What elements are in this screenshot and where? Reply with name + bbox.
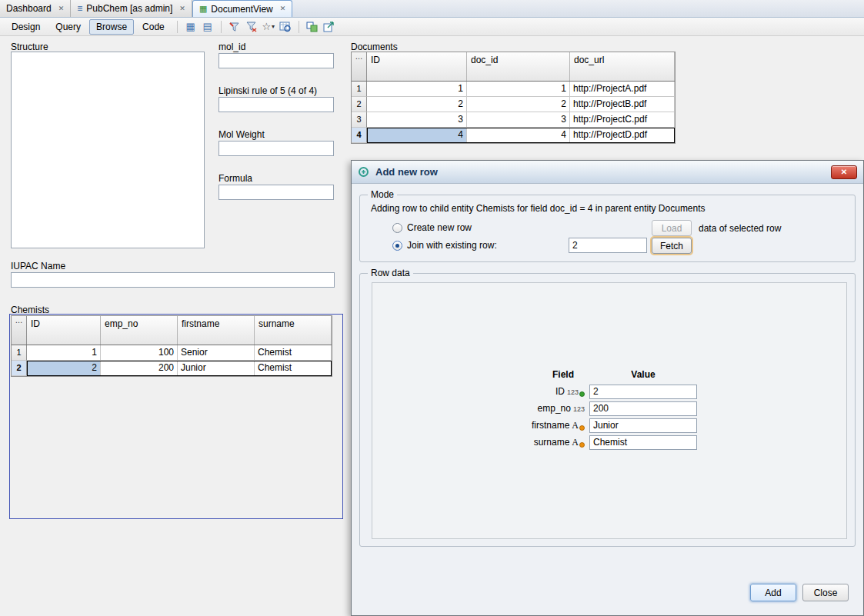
field-value-firstname[interactable] <box>589 418 697 433</box>
tab-dashboard[interactable]: Dashboard ✕ <box>0 0 71 17</box>
chemists-table: … ID emp_no firstname surname 1 1 100 Se… <box>11 315 332 377</box>
cell-id[interactable]: 2 <box>27 361 101 376</box>
table-row[interactable]: 1 1 100 Senior Chemist <box>12 345 332 361</box>
compare-tables-icon[interactable] <box>305 19 320 35</box>
field-value-table: Field Value ID 123 emp_no <box>469 369 697 451</box>
join-existing-row-radio[interactable] <box>392 241 402 251</box>
cell-doc-id[interactable]: 4 <box>467 128 570 143</box>
cell-firstname[interactable]: Junior <box>178 361 255 376</box>
table-row-selected[interactable]: 2 2 200 Junior Chemist <box>12 361 332 376</box>
cell-doc-url[interactable]: http://ProjectC.pdf <box>570 112 675 128</box>
field-name: firstname <box>532 420 569 431</box>
number-type-icon: 123 <box>573 405 585 414</box>
add-button[interactable]: Add <box>750 584 796 601</box>
cell-emp-no[interactable]: 100 <box>101 345 178 361</box>
mol-weight-field[interactable] <box>219 141 334 156</box>
mode-query[interactable]: Query <box>48 19 88 35</box>
chemists-header-row: … ID emp_no firstname surname <box>12 316 332 345</box>
filter-off-icon[interactable] <box>244 19 259 35</box>
number-pk-type-icon: 123 <box>567 388 585 397</box>
tab-close-icon[interactable]: ✕ <box>58 5 65 12</box>
close-button[interactable]: Close <box>802 584 849 601</box>
join-existing-row-label: Join with existing row: <box>407 240 497 251</box>
table-row[interactable]: 2 2 2 http://ProjectB.pdf <box>352 97 675 112</box>
field-row-emp-no: emp_no 123 <box>469 400 697 417</box>
form-view-icon[interactable]: ▤ <box>200 19 215 35</box>
create-new-row-radio[interactable] <box>392 223 402 233</box>
field-value-surname[interactable] <box>589 435 697 450</box>
lipinski-label: Lipinski rule of 5 (4 of 4) <box>219 85 317 96</box>
export-table-icon[interactable] <box>322 19 337 35</box>
table-corner-button[interactable]: … <box>352 52 367 81</box>
field-value-id[interactable] <box>589 385 697 399</box>
mode-code[interactable]: Code <box>135 19 172 35</box>
table-corner-button[interactable]: … <box>12 316 27 345</box>
structure-canvas[interactable] <box>11 52 205 248</box>
row-header[interactable]: 2 <box>12 361 27 376</box>
row-header[interactable]: 1 <box>12 345 27 361</box>
formula-label: Formula <box>219 173 252 184</box>
row-data-group: Row data Field Value ID 123 <box>359 273 856 547</box>
column-header-firstname[interactable]: firstname <box>178 316 255 345</box>
load-button[interactable]: Load <box>652 220 692 236</box>
cell-id[interactable]: 2 <box>367 97 467 112</box>
favorites-button[interactable]: ☆ ▾ <box>261 19 276 35</box>
chemists-panel: … ID emp_no firstname surname 1 1 100 Se… <box>9 314 343 519</box>
iupac-field[interactable] <box>11 272 335 288</box>
table-view-icon[interactable]: ▦ <box>183 19 198 35</box>
column-header-doc-id[interactable]: doc_id <box>467 52 570 81</box>
cell-surname[interactable]: Chemist <box>255 361 332 376</box>
column-header-surname[interactable]: surname <box>255 316 332 345</box>
cell-doc-url[interactable]: http://ProjectB.pdf <box>570 97 675 112</box>
table-icon: ▦ <box>199 4 207 14</box>
table-row[interactable]: 1 1 1 http://ProjectA.pdf <box>352 82 675 97</box>
column-header-doc-url[interactable]: doc_url <box>570 52 675 81</box>
table-row[interactable]: 3 3 3 http://ProjectC.pdf <box>352 112 675 128</box>
mol-id-label: mol_id <box>219 42 245 52</box>
tab-pubchem[interactable]: ≡ PubChem [as admin] ✕ <box>71 0 192 17</box>
cell-surname[interactable]: Chemist <box>255 345 332 361</box>
mode-browse[interactable]: Browse <box>89 19 134 35</box>
tab-label: DocumentView <box>211 4 272 15</box>
cell-doc-url[interactable]: http://ProjectD.pdf <box>570 128 675 143</box>
table-search-icon[interactable] <box>278 19 293 35</box>
formula-field[interactable] <box>219 185 334 200</box>
row-header[interactable]: 1 <box>352 82 367 97</box>
column-header-emp-no[interactable]: emp_no <box>101 316 178 345</box>
tab-close-icon[interactable]: ✕ <box>280 5 286 12</box>
cell-id[interactable]: 4 <box>367 128 467 143</box>
cell-doc-id[interactable]: 3 <box>467 112 570 128</box>
row-header[interactable]: 2 <box>352 97 367 112</box>
mode-design[interactable]: Design <box>5 19 47 35</box>
tab-label: PubChem [as admin] <box>86 3 172 14</box>
cell-id[interactable]: 1 <box>27 345 101 361</box>
filter-icon[interactable] <box>227 19 242 35</box>
tab-close-icon[interactable]: ✕ <box>179 5 185 12</box>
dialog-close-button[interactable]: ✕ <box>831 165 857 179</box>
fetch-button[interactable]: Fetch <box>652 238 692 254</box>
cell-doc-id[interactable]: 1 <box>467 82 570 97</box>
cell-firstname[interactable]: Senior <box>178 345 255 361</box>
cell-emp-no[interactable]: 200 <box>101 361 178 376</box>
table-row-selected[interactable]: 4 4 4 http://ProjectD.pdf <box>352 128 675 143</box>
cell-doc-url[interactable]: http://ProjectA.pdf <box>570 82 675 97</box>
column-header-id[interactable]: ID <box>367 52 467 81</box>
join-row-id-field[interactable] <box>569 238 647 253</box>
column-header-id[interactable]: ID <box>27 316 101 345</box>
field-row-firstname: firstname A <box>469 417 697 434</box>
row-header[interactable]: 3 <box>352 112 367 128</box>
mode-group: Mode Adding row to child entity Chemists… <box>359 195 856 262</box>
cell-id[interactable]: 3 <box>367 112 467 128</box>
lipinski-field[interactable] <box>219 97 334 112</box>
close-icon: ✕ <box>841 168 847 176</box>
dialog-title-bar[interactable]: Add new row ✕ <box>352 161 863 184</box>
toolbar: Design Query Browse Code ▦ ▤ ☆ ▾ <box>0 18 864 36</box>
cell-doc-id[interactable]: 2 <box>467 97 570 112</box>
row-header[interactable]: 4 <box>352 128 367 143</box>
iupac-label: IUPAC Name <box>11 261 65 271</box>
mol-id-field[interactable] <box>219 53 334 68</box>
toolbar-separator <box>177 21 178 33</box>
field-value-emp-no[interactable] <box>589 401 697 416</box>
tab-documentview[interactable]: ▦ DocumentView ✕ <box>192 0 292 17</box>
cell-id[interactable]: 1 <box>367 82 467 97</box>
